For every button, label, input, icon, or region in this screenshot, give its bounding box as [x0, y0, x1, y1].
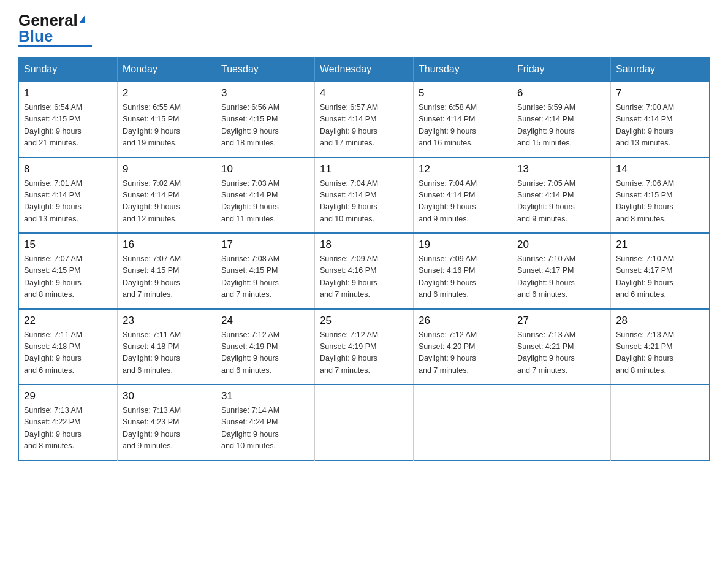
- day-info: Sunrise: 7:12 AMSunset: 4:19 PMDaylight:…: [221, 329, 309, 377]
- day-info: Sunrise: 6:56 AMSunset: 4:15 PMDaylight:…: [221, 102, 309, 150]
- header-monday: Monday: [118, 58, 216, 82]
- day-cell: 19Sunrise: 7:09 AMSunset: 4:16 PMDayligh…: [414, 233, 512, 309]
- day-number: 15: [24, 239, 112, 251]
- day-info: Sunrise: 7:11 AMSunset: 4:18 PMDaylight:…: [123, 329, 211, 377]
- day-number: 13: [517, 163, 605, 175]
- day-cell: 1Sunrise: 6:54 AMSunset: 4:15 PMDaylight…: [19, 82, 118, 158]
- day-cell: 20Sunrise: 7:10 AMSunset: 4:17 PMDayligh…: [512, 233, 611, 309]
- day-cell: 11Sunrise: 7:04 AMSunset: 4:14 PMDayligh…: [315, 158, 414, 234]
- day-info: Sunrise: 7:13 AMSunset: 4:21 PMDaylight:…: [616, 329, 704, 377]
- header-saturday: Saturday: [611, 58, 710, 82]
- week-row-3: 15Sunrise: 7:07 AMSunset: 4:15 PMDayligh…: [19, 233, 710, 309]
- header-row: SundayMondayTuesdayWednesdayThursdayFrid…: [19, 58, 710, 82]
- day-cell: 22Sunrise: 7:11 AMSunset: 4:18 PMDayligh…: [19, 309, 118, 385]
- calendar-body: 1Sunrise: 6:54 AMSunset: 4:15 PMDaylight…: [19, 82, 710, 460]
- day-info: Sunrise: 7:07 AMSunset: 4:15 PMDaylight:…: [24, 253, 112, 301]
- day-info: Sunrise: 7:04 AMSunset: 4:14 PMDaylight:…: [320, 178, 408, 226]
- day-number: 6: [517, 87, 605, 99]
- day-info: Sunrise: 7:07 AMSunset: 4:15 PMDaylight:…: [123, 253, 211, 301]
- day-info: Sunrise: 7:13 AMSunset: 4:23 PMDaylight:…: [123, 405, 211, 453]
- day-info: Sunrise: 7:01 AMSunset: 4:14 PMDaylight:…: [24, 178, 112, 226]
- day-info: Sunrise: 7:13 AMSunset: 4:22 PMDaylight:…: [24, 405, 112, 453]
- day-number: 12: [419, 163, 507, 175]
- day-cell: 25Sunrise: 7:12 AMSunset: 4:19 PMDayligh…: [315, 309, 414, 385]
- day-info: Sunrise: 6:59 AMSunset: 4:14 PMDaylight:…: [517, 102, 605, 150]
- day-info: Sunrise: 7:12 AMSunset: 4:19 PMDaylight:…: [320, 329, 408, 377]
- day-info: Sunrise: 7:12 AMSunset: 4:20 PMDaylight:…: [419, 329, 507, 377]
- day-number: 19: [419, 239, 507, 251]
- logo-text: General Blue: [18, 12, 85, 44]
- day-info: Sunrise: 7:04 AMSunset: 4:14 PMDaylight:…: [419, 178, 507, 226]
- day-info: Sunrise: 7:05 AMSunset: 4:14 PMDaylight:…: [517, 178, 605, 226]
- day-cell: 17Sunrise: 7:08 AMSunset: 4:15 PMDayligh…: [216, 233, 315, 309]
- logo-underline: [18, 45, 92, 47]
- header-tuesday: Tuesday: [216, 58, 315, 82]
- day-number: 1: [24, 87, 112, 99]
- day-cell: 23Sunrise: 7:11 AMSunset: 4:18 PMDayligh…: [118, 309, 216, 385]
- day-info: Sunrise: 7:10 AMSunset: 4:17 PMDaylight:…: [517, 253, 605, 301]
- day-cell: 5Sunrise: 6:58 AMSunset: 4:14 PMDaylight…: [414, 82, 512, 158]
- day-cell: [611, 385, 710, 460]
- day-number: 31: [221, 390, 309, 402]
- day-number: 11: [320, 163, 408, 175]
- logo-triangle-icon: [79, 15, 85, 23]
- day-number: 3: [221, 87, 309, 99]
- logo: General Blue: [18, 12, 92, 47]
- day-number: 5: [419, 87, 507, 99]
- day-cell: 18Sunrise: 7:09 AMSunset: 4:16 PMDayligh…: [315, 233, 414, 309]
- day-cell: 15Sunrise: 7:07 AMSunset: 4:15 PMDayligh…: [19, 233, 118, 309]
- day-cell: 2Sunrise: 6:55 AMSunset: 4:15 PMDaylight…: [118, 82, 216, 158]
- day-number: 24: [221, 315, 309, 327]
- day-info: Sunrise: 7:10 AMSunset: 4:17 PMDaylight:…: [616, 253, 704, 301]
- day-cell: 24Sunrise: 7:12 AMSunset: 4:19 PMDayligh…: [216, 309, 315, 385]
- day-cell: 6Sunrise: 6:59 AMSunset: 4:14 PMDaylight…: [512, 82, 611, 158]
- page-header: General Blue: [18, 12, 710, 47]
- day-cell: 8Sunrise: 7:01 AMSunset: 4:14 PMDaylight…: [19, 158, 118, 234]
- day-number: 16: [123, 239, 211, 251]
- day-number: 23: [123, 315, 211, 327]
- day-cell: 28Sunrise: 7:13 AMSunset: 4:21 PMDayligh…: [611, 309, 710, 385]
- day-cell: 29Sunrise: 7:13 AMSunset: 4:22 PMDayligh…: [19, 385, 118, 460]
- day-number: 21: [616, 239, 704, 251]
- calendar-table: SundayMondayTuesdayWednesdayThursdayFrid…: [18, 57, 710, 461]
- week-row-1: 1Sunrise: 6:54 AMSunset: 4:15 PMDaylight…: [19, 82, 710, 158]
- day-number: 27: [517, 315, 605, 327]
- day-info: Sunrise: 7:03 AMSunset: 4:14 PMDaylight:…: [221, 178, 309, 226]
- week-row-4: 22Sunrise: 7:11 AMSunset: 4:18 PMDayligh…: [19, 309, 710, 385]
- day-number: 4: [320, 87, 408, 99]
- day-number: 7: [616, 87, 704, 99]
- day-number: 29: [24, 390, 112, 402]
- day-info: Sunrise: 7:09 AMSunset: 4:16 PMDaylight:…: [419, 253, 507, 301]
- day-info: Sunrise: 7:06 AMSunset: 4:15 PMDaylight:…: [616, 178, 704, 226]
- day-cell: 4Sunrise: 6:57 AMSunset: 4:14 PMDaylight…: [315, 82, 414, 158]
- day-cell: 26Sunrise: 7:12 AMSunset: 4:20 PMDayligh…: [414, 309, 512, 385]
- day-info: Sunrise: 7:08 AMSunset: 4:15 PMDaylight:…: [221, 253, 309, 301]
- day-cell: [512, 385, 611, 460]
- day-number: 17: [221, 239, 309, 251]
- day-cell: 27Sunrise: 7:13 AMSunset: 4:21 PMDayligh…: [512, 309, 611, 385]
- day-info: Sunrise: 7:13 AMSunset: 4:21 PMDaylight:…: [517, 329, 605, 377]
- day-info: Sunrise: 6:54 AMSunset: 4:15 PMDaylight:…: [24, 102, 112, 150]
- day-number: 2: [123, 87, 211, 99]
- calendar-header: SundayMondayTuesdayWednesdayThursdayFrid…: [19, 58, 710, 82]
- day-cell: 9Sunrise: 7:02 AMSunset: 4:14 PMDaylight…: [118, 158, 216, 234]
- day-number: 18: [320, 239, 408, 251]
- day-cell: 13Sunrise: 7:05 AMSunset: 4:14 PMDayligh…: [512, 158, 611, 234]
- week-row-2: 8Sunrise: 7:01 AMSunset: 4:14 PMDaylight…: [19, 158, 710, 234]
- day-number: 10: [221, 163, 309, 175]
- day-info: Sunrise: 7:02 AMSunset: 4:14 PMDaylight:…: [123, 178, 211, 226]
- day-cell: 7Sunrise: 7:00 AMSunset: 4:14 PMDaylight…: [611, 82, 710, 158]
- header-sunday: Sunday: [19, 58, 118, 82]
- day-number: 14: [616, 163, 704, 175]
- day-cell: 31Sunrise: 7:14 AMSunset: 4:24 PMDayligh…: [216, 385, 315, 460]
- day-cell: 10Sunrise: 7:03 AMSunset: 4:14 PMDayligh…: [216, 158, 315, 234]
- header-thursday: Thursday: [414, 58, 512, 82]
- day-number: 20: [517, 239, 605, 251]
- header-friday: Friday: [512, 58, 611, 82]
- day-info: Sunrise: 7:09 AMSunset: 4:16 PMDaylight:…: [320, 253, 408, 301]
- day-number: 9: [123, 163, 211, 175]
- day-cell: [315, 385, 414, 460]
- day-number: 8: [24, 163, 112, 175]
- day-cell: 12Sunrise: 7:04 AMSunset: 4:14 PMDayligh…: [414, 158, 512, 234]
- day-info: Sunrise: 6:57 AMSunset: 4:14 PMDaylight:…: [320, 102, 408, 150]
